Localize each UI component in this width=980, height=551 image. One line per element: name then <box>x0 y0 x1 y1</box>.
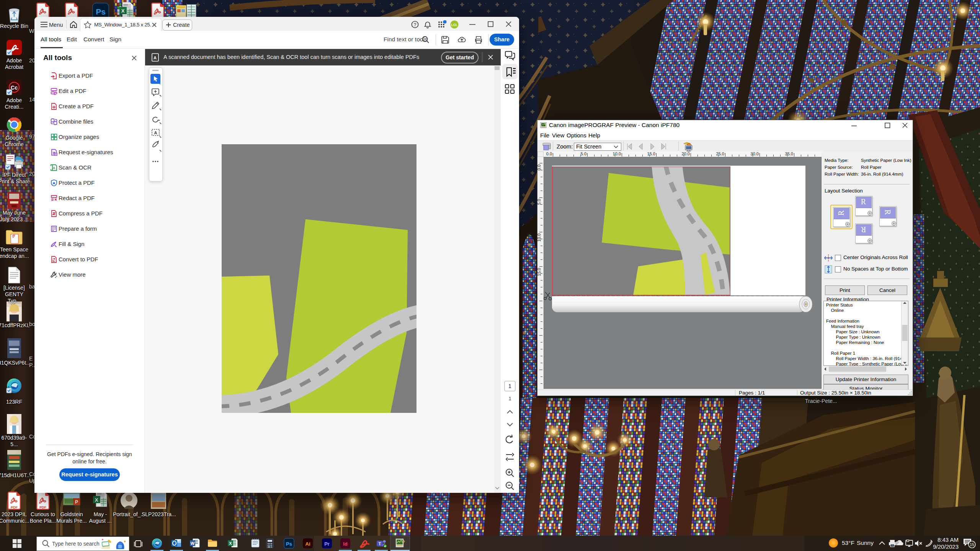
svg-text:Ai: Ai <box>305 541 310 547</box>
svg-text:25.0: 25.0 <box>716 152 724 156</box>
svg-text:A: A <box>154 55 157 60</box>
svg-text:Ps: Ps <box>96 7 106 16</box>
svg-text:LCL: LCL <box>451 23 458 27</box>
svg-text:30.0: 30.0 <box>751 152 759 156</box>
svg-text:1: 1 <box>508 396 511 401</box>
svg-text:A: A <box>154 130 157 135</box>
svg-text:5.0: 5.0 <box>581 152 586 156</box>
svg-text:?: ? <box>414 22 416 28</box>
svg-text:0.0: 0.0 <box>537 165 541 170</box>
svg-text:W: W <box>191 541 195 546</box>
svg-text:Pr: Pr <box>324 541 330 547</box>
svg-text:0.0: 0.0 <box>546 152 552 156</box>
svg-text:Ps: Ps <box>286 541 292 547</box>
svg-text:P: P <box>75 499 78 505</box>
svg-text:5.0: 5.0 <box>537 199 541 205</box>
svg-text:10.0: 10.0 <box>537 233 541 241</box>
svg-text:15: 15 <box>970 542 974 547</box>
svg-text:20.0: 20.0 <box>682 152 690 156</box>
svg-text:A: A <box>53 166 56 170</box>
svg-text:10.0: 10.0 <box>613 152 621 156</box>
svg-text:X: X <box>229 541 232 546</box>
svg-text:Id: Id <box>343 541 348 547</box>
svg-text:15.0: 15.0 <box>647 152 655 156</box>
svg-text:1: 1 <box>508 383 511 389</box>
svg-text:T: T <box>379 541 381 546</box>
svg-text:15.0: 15.0 <box>537 268 541 276</box>
svg-text:35.0: 35.0 <box>785 152 793 156</box>
